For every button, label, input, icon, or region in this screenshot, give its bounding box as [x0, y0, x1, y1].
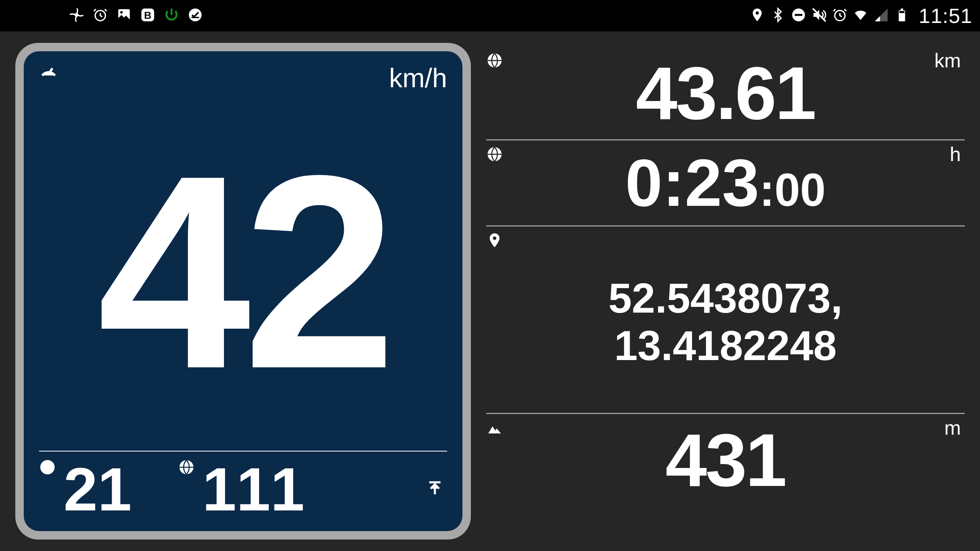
battery-icon	[894, 7, 910, 24]
power-icon	[164, 7, 179, 24]
fan-icon	[69, 7, 84, 24]
svg-point-0	[75, 14, 78, 16]
svg-rect-11	[901, 8, 903, 10]
check-circle-icon	[188, 7, 203, 24]
speed-card-inner: km/h 42 21 111	[24, 51, 462, 531]
svg-point-3	[120, 11, 123, 14]
b-app-icon: B	[140, 7, 155, 24]
speed-card[interactable]: km/h 42 21 111	[15, 43, 471, 540]
do-not-disturb-icon	[791, 7, 806, 24]
mute-icon	[812, 7, 827, 24]
wifi-icon	[853, 7, 868, 24]
time-row[interactable]: h 0:23:00	[486, 140, 965, 227]
bluetooth-icon	[770, 7, 786, 24]
time-unit: h	[950, 143, 961, 166]
average-icon	[39, 459, 56, 477]
coordinates-row[interactable]: 52.5438073, 13.4182248	[486, 227, 965, 414]
svg-rect-8	[795, 14, 802, 16]
elevation-unit: m	[944, 416, 961, 439]
svg-text:B: B	[144, 10, 151, 21]
signal-icon	[874, 7, 889, 24]
speed-bottom-stats: 21 111	[39, 451, 447, 523]
status-left-icons: B	[69, 7, 203, 24]
time-value: 0:23:00	[625, 148, 826, 218]
globe-icon	[486, 52, 503, 70]
image-icon	[116, 7, 132, 24]
status-right-icons: 11:51	[750, 4, 972, 28]
status-bar: B 11:51	[0, 0, 980, 31]
arrow-up-icon	[426, 480, 443, 499]
location-icon	[750, 7, 765, 24]
mountain-icon	[486, 419, 503, 438]
time-main: 0:23	[625, 148, 759, 218]
dashboard: km/h 42 21 111	[0, 31, 980, 551]
pin-icon	[486, 232, 503, 250]
speedometer-icon	[39, 63, 58, 83]
globe-icon	[486, 146, 503, 164]
time-seconds: :00	[759, 166, 825, 214]
max-speed-value: 111	[203, 459, 305, 520]
latitude-value: 52.5438073,	[608, 274, 843, 321]
distance-unit: km	[934, 49, 961, 72]
globe-icon	[178, 459, 195, 477]
coordinates-value: 52.5438073, 13.4182248	[608, 259, 843, 380]
elevation-row[interactable]: m 431	[486, 414, 965, 506]
alarm-icon	[93, 7, 108, 24]
svg-rect-12	[899, 11, 904, 13]
elevation-value: 431	[665, 423, 785, 497]
longitude-value: 13.4182248	[608, 322, 843, 369]
distance-row[interactable]: km 43.61	[486, 47, 965, 140]
alarm-status-icon	[832, 7, 848, 24]
status-time: 11:51	[919, 4, 972, 28]
speed-value: 42	[39, 93, 447, 451]
right-stats-panel: km 43.61 h 0:23:00 52.5438073, 13.418224…	[486, 43, 965, 540]
avg-speed-value: 21	[64, 459, 132, 520]
speed-unit-label: km/h	[389, 63, 447, 93]
distance-value: 43.61	[636, 56, 815, 130]
